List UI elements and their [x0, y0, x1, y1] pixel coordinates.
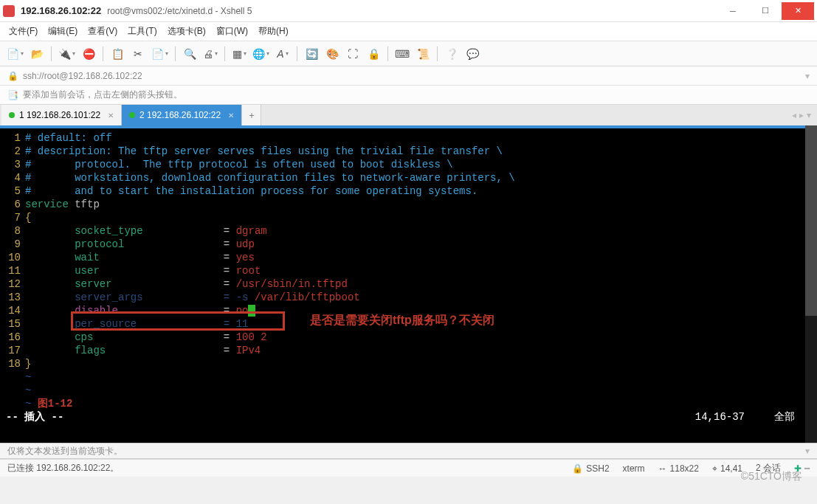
annotation-text: 是否是需要关闭tftp服务吗？不关闭: [310, 313, 494, 328]
session-tab-2[interactable]: 2 192.168.26.102:22 ✕: [122, 105, 242, 125]
open-button[interactable]: 📂: [29, 46, 45, 62]
watermark: ©51CTO博客: [741, 470, 802, 483]
tab-label: 2 192.168.26.102:22: [139, 110, 221, 120]
toolbar: 📄 📂 🔌 ⛔ 📋 ✂ 📄 🔍 🖨 ▦ 🌐 A 🔄 🎨 ⛶ 🔒 ⌨ 📜 ❔ 💬: [0, 41, 817, 66]
chat-button[interactable]: 💬: [464, 46, 480, 62]
code-line: 6service tftp: [3, 198, 817, 211]
status-cursor: 14,41: [720, 463, 742, 474]
status-connection: 已连接 192.168.26.102:22。: [7, 462, 119, 474]
code-line: 17 flags = IPv4: [3, 344, 817, 357]
status-bar: 已连接 192.168.26.102:22。 🔒SSH2 xterm ↔118x…: [0, 459, 817, 477]
address-bar: 🔒 ssh://root@192.168.26.102:22 ▾: [0, 66, 817, 86]
maximize-button[interactable]: ☐: [749, 2, 782, 20]
code-line: 5# and to start the installation process…: [3, 184, 817, 198]
menu-file[interactable]: 文件(F): [9, 25, 38, 38]
title-path: root@vms002:/etc/xinetd.d - Xshell 5: [107, 6, 252, 16]
cursor-icon: ⌖: [712, 463, 717, 474]
tab-label: 1 192.168.26.101:22: [19, 110, 100, 120]
status-dot-icon: [129, 112, 135, 118]
lock-button[interactable]: 🔒: [365, 46, 382, 62]
properties-button[interactable]: 📋: [109, 46, 125, 62]
paste-button[interactable]: 📄: [151, 46, 169, 62]
fullscreen-button[interactable]: ⛶: [345, 46, 361, 62]
tilde-line: ~: [3, 384, 817, 397]
code-line: 7{: [3, 211, 817, 224]
minimize-button[interactable]: ─: [717, 2, 749, 20]
color-button[interactable]: 🎨: [324, 46, 340, 62]
code-line: 1# default: off: [3, 131, 817, 145]
reconnect-button[interactable]: 🔌: [58, 46, 76, 62]
send-hint: 仅将文本发送到当前选项卡。 ▾: [0, 443, 817, 459]
find-button[interactable]: 🔍: [182, 46, 198, 62]
status-proto: SSH2: [586, 463, 609, 474]
menu-view[interactable]: 查看(V): [88, 25, 117, 38]
tab-prev-icon[interactable]: ◂: [792, 110, 796, 120]
help-button[interactable]: ❔: [444, 46, 460, 62]
lock-icon: 🔒: [7, 71, 18, 81]
code-line: 12 server = /usr/sbin/in.tftpd: [3, 277, 817, 291]
font-button[interactable]: A: [275, 46, 291, 62]
refresh-button[interactable]: 🔄: [303, 46, 320, 62]
code-line: 3# protocol. The tftp protocol is often …: [3, 158, 817, 171]
resize-icon: ↔: [658, 463, 667, 474]
send-hint-text: 仅将文本发送到当前选项卡。: [7, 445, 123, 458]
address-url[interactable]: ssh://root@192.168.26.102:22: [23, 71, 142, 81]
tab-bar: 1 192.168.26.101:22 ✕ 2 192.168.26.102:2…: [0, 105, 817, 125]
terminal-wrap: 1# default: off2# description: The tftp …: [0, 125, 817, 443]
disconnect-button[interactable]: ⛔: [80, 46, 97, 62]
code-line: 8 socket_type = dgram: [3, 224, 817, 238]
vim-status-line: -- 插入 --14,16-37全部: [3, 410, 817, 424]
code-line: 2# description: The tftp server serves f…: [3, 145, 817, 158]
keypad-button[interactable]: ⌨: [394, 46, 410, 62]
code-line: 4# workstations, download configuration …: [3, 171, 817, 184]
lock-icon: 🔒: [572, 463, 583, 474]
status-dot-icon: [9, 112, 15, 118]
menu-edit[interactable]: 编辑(E): [48, 25, 77, 38]
hint-bar: 📑 要添加当前会话，点击左侧的箭头按钮。: [0, 86, 817, 105]
code-line: 13 server_args = -s /var/lib/tftpboot: [3, 291, 817, 304]
menu-tabs[interactable]: 选项卡(B): [168, 25, 206, 38]
minus-icon[interactable]: ━: [804, 463, 810, 474]
terminal[interactable]: 1# default: off2# description: The tftp …: [0, 125, 817, 443]
tab-next-icon[interactable]: ▸: [799, 110, 804, 120]
code-line: 16 cps = 100 2: [3, 331, 817, 344]
send-hint-dropdown-icon[interactable]: ▾: [805, 446, 810, 456]
status-size: 118x22: [670, 463, 699, 474]
titlebar: 192.168.26.102:22 root@vms002:/etc/xinet…: [0, 0, 817, 22]
app-icon: [3, 5, 15, 17]
code-line: 9 protocol = udp: [3, 238, 817, 251]
close-button[interactable]: ✕: [782, 2, 814, 20]
terminal-scrollbar[interactable]: [805, 125, 817, 443]
copy-button[interactable]: ✂: [130, 46, 146, 62]
menu-help[interactable]: 帮助(H): [258, 25, 289, 38]
menu-tools[interactable]: 工具(T): [128, 25, 156, 38]
menu-window[interactable]: 窗口(W): [216, 25, 248, 38]
menubar: 文件(F) 编辑(E) 查看(V) 工具(T) 选项卡(B) 窗口(W) 帮助(…: [0, 22, 817, 41]
layout-button[interactable]: ▦: [231, 46, 247, 62]
script-button[interactable]: 📜: [415, 46, 431, 62]
bookmark-icon[interactable]: 📑: [7, 90, 18, 100]
code-line: 11 user = root: [3, 264, 817, 277]
tab-menu-icon[interactable]: ▾: [807, 110, 811, 120]
title-ip: 192.168.26.102:22: [21, 5, 101, 16]
dropdown-icon[interactable]: ▾: [805, 71, 810, 81]
new-session-button[interactable]: 📄: [6, 46, 24, 62]
print-button[interactable]: 🖨: [202, 46, 218, 62]
code-line: 18}: [3, 357, 817, 370]
close-tab-icon[interactable]: ✕: [228, 111, 234, 120]
status-term: xterm: [623, 463, 645, 474]
tilde-line: ~: [3, 370, 817, 384]
close-tab-icon[interactable]: ✕: [108, 111, 114, 120]
session-tab-1[interactable]: 1 192.168.26.101:22 ✕: [1, 105, 122, 125]
tab-nav: ◂ ▸ ▾: [786, 105, 817, 125]
tilde-line: ~ 图1-12: [3, 397, 817, 410]
code-line: 10 wait = yes: [3, 251, 817, 264]
encoding-button[interactable]: 🌐: [252, 46, 270, 62]
hint-text: 要添加当前会话，点击左侧的箭头按钮。: [23, 89, 182, 101]
add-tab-button[interactable]: ＋: [242, 105, 261, 125]
